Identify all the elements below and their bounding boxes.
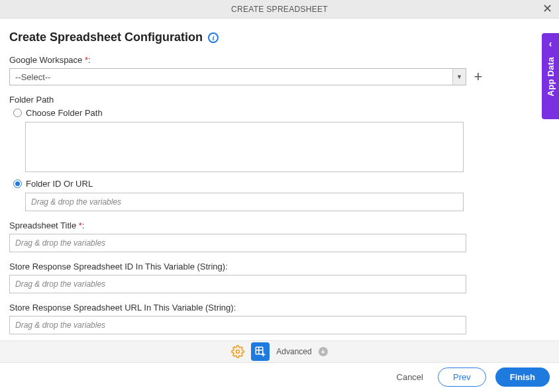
google-workspace-group: Google Workspace *: --Select-- ▼ + [9, 55, 550, 85]
add-workspace-button[interactable]: + [472, 70, 485, 83]
google-workspace-selected: --Select-- [15, 72, 50, 82]
gear-icon[interactable] [231, 345, 244, 358]
header-bar: CREATE SPREADSHEET ✕ [0, 0, 559, 19]
folder-path-group: Folder Path Choose Folder Path Folder ID… [9, 95, 550, 211]
finish-button[interactable]: Finish [495, 368, 550, 387]
spreadsheet-title-input[interactable]: Drag & drop the variables [9, 234, 466, 252]
chevron-down-icon: ▼ [452, 69, 466, 85]
close-icon[interactable]: ✕ [542, 3, 552, 15]
store-url-label: Store Response Spreadsheet URL In This V… [9, 303, 550, 313]
spreadsheet-title-placeholder: Drag & drop the variables [15, 238, 105, 248]
folder-id-url-input[interactable]: Drag & drop the variables [25, 193, 464, 211]
app-data-label: App Data [546, 57, 556, 96]
spreadsheet-title-label-text: Spreadsheet Title [9, 220, 79, 230]
spreadsheet-title-group: Spreadsheet Title *: Drag & drop the var… [9, 220, 550, 252]
advanced-label: Advanced [276, 347, 311, 356]
store-url-group: Store Response Spreadsheet URL In This V… [9, 303, 550, 334]
radio-icon [13, 179, 22, 188]
app-data-panel-tab[interactable]: ‹ App Data [542, 33, 559, 119]
svg-point-0 [236, 350, 240, 354]
cancel-button[interactable]: Cancel [391, 368, 429, 386]
folder-path-box[interactable] [25, 122, 464, 172]
chevron-left-icon: ‹ [549, 38, 552, 49]
store-id-label: Store Response Spreadsheet ID In This Va… [9, 262, 550, 271]
page-title-text: Create Spreadsheet Configuration [9, 30, 203, 44]
folder-path-label: Folder Path [9, 95, 550, 105]
info-icon[interactable]: i [208, 32, 219, 43]
store-id-group: Store Response Spreadsheet ID In This Va… [9, 262, 550, 293]
store-id-input[interactable]: Drag & drop the variables [9, 275, 466, 293]
choose-folder-path-label: Choose Folder Path [26, 108, 103, 118]
folder-id-url-placeholder: Drag & drop the variables [31, 197, 121, 207]
store-id-placeholder: Drag & drop the variables [15, 279, 105, 289]
table-add-icon[interactable] [251, 342, 270, 361]
google-workspace-row: --Select-- ▼ + [9, 68, 550, 85]
page-title: Create Spreadsheet Configuration i [9, 30, 550, 44]
colon: : [82, 220, 85, 230]
spreadsheet-title-label: Spreadsheet Title *: [9, 220, 550, 230]
folder-id-url-radio[interactable]: Folder ID Or URL [13, 179, 550, 189]
prev-button[interactable]: Prev [438, 368, 486, 387]
header-title: CREATE SPREADSHEET [231, 5, 328, 14]
store-url-input[interactable]: Drag & drop the variables [9, 316, 466, 334]
button-row: Cancel Prev Finish [391, 368, 550, 387]
choose-folder-path-radio[interactable]: Choose Folder Path [13, 108, 550, 118]
content-area: Create Spreadsheet Configuration i Googl… [0, 19, 559, 334]
google-workspace-label-text: Google Workspace [9, 55, 85, 65]
colon: : [88, 55, 91, 65]
folder-id-url-label: Folder ID Or URL [26, 179, 93, 189]
footer-toolbar: Advanced + [0, 340, 559, 363]
radio-icon [13, 109, 22, 117]
google-workspace-select[interactable]: --Select-- ▼ [9, 68, 466, 85]
store-url-placeholder: Drag & drop the variables [15, 320, 105, 330]
advanced-expand-icon[interactable]: + [319, 347, 328, 356]
google-workspace-label: Google Workspace *: [9, 55, 550, 65]
